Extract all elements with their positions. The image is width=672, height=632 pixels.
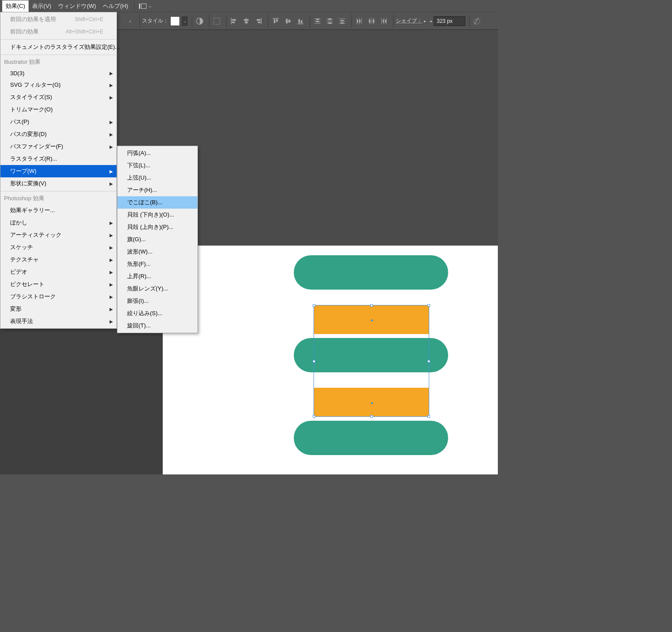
svg-rect-4 (232, 21, 235, 23)
selection-center (371, 320, 373, 321)
align-vcenter-icon[interactable] (283, 16, 293, 26)
menu-warp-item-10[interactable]: 上昇(R)... (117, 270, 197, 283)
separator (134, 2, 135, 11)
menu-ps-item-0[interactable]: 効果ギャラリー... (0, 204, 117, 217)
svg-rect-10 (258, 21, 260, 23)
menu-header-photoshop: Photoshop 効果 (0, 193, 117, 204)
submenu-arrow-icon: ▶ (110, 95, 113, 100)
submenu-arrow-icon: ▶ (110, 257, 113, 262)
opacity-icon[interactable] (194, 16, 205, 26)
shape-pill[interactable] (294, 421, 448, 455)
menu-last-effect: 前回の効果 Alt+Shift+Ctrl+E (0, 26, 117, 38)
menu-ps-item-8[interactable]: 変形▶ (0, 303, 117, 315)
menu-ai-item-0[interactable]: 3D(3)▶ (0, 68, 117, 79)
separator (310, 15, 310, 28)
align-left-icon[interactable] (229, 16, 239, 26)
shape-pill[interactable] (294, 255, 448, 290)
chevron-right-icon[interactable]: › (125, 16, 135, 26)
menu-window[interactable]: ウィンドウ(W) (55, 0, 99, 12)
distribute-vcenter-icon[interactable] (325, 16, 335, 26)
selection-handle[interactable] (370, 304, 373, 307)
effect-menu: 前回の効果を適用 Shift+Ctrl+E 前回の効果 Alt+Shift+Ct… (0, 12, 117, 329)
menu-warp-item-8[interactable]: 波形(W)... (117, 246, 197, 258)
menu-ai-item-2[interactable]: スタイライズ(S)▶ (0, 91, 117, 103)
menu-ai-item-5[interactable]: パスの変形(D)▶ (0, 128, 117, 140)
chevron-down-icon[interactable]: ⌵ (149, 3, 152, 9)
shape-width-input[interactable] (434, 16, 465, 26)
menu-warp-item-9[interactable]: 魚形(F)... (117, 258, 197, 270)
selection-handle[interactable] (313, 304, 315, 307)
menu-ps-item-7[interactable]: ブラシストローク▶ (0, 290, 117, 303)
menu-warp-item-12[interactable]: 膨張(I)... (117, 295, 197, 307)
menu-warp-item-6[interactable]: 貝殻 (上向き)(P)... (117, 221, 197, 233)
selection-handle[interactable] (427, 415, 430, 418)
menu-help[interactable]: ヘルプ(H) (99, 0, 131, 12)
align-to-artboard-icon[interactable] (212, 16, 222, 26)
menu-ps-item-6[interactable]: ピクセレート▶ (0, 278, 117, 290)
menu-ps-item-9[interactable]: 表現手法▶ (0, 315, 117, 327)
selection-handle[interactable] (370, 415, 373, 418)
style-dropdown[interactable]: ⌵ (182, 16, 188, 26)
menu-ai-item-4[interactable]: パス(P)▶ (0, 116, 117, 128)
menu-ps-item-2[interactable]: アーティスティック▶ (0, 229, 117, 241)
menu-ps-item-3[interactable]: スケッチ▶ (0, 241, 117, 254)
svg-rect-3 (232, 19, 236, 21)
menu-ai-item-6[interactable]: パスファインダー(F)▶ (0, 140, 117, 153)
menu-ai-item-9[interactable]: 形状に変換(V)▶ (0, 177, 117, 190)
menu-doc-raster-settings[interactable]: ドキュメントのラスタライズ効果設定(E)... (0, 41, 117, 53)
separator (1, 191, 116, 191)
menu-warp-item-1[interactable]: 下弦(L)... (117, 159, 197, 172)
menu-effect[interactable]: 効果(C) (2, 0, 29, 12)
separator (192, 15, 192, 28)
submenu-arrow-icon: ▶ (110, 71, 113, 76)
menu-warp-item-0[interactable]: 円弧(A)... (117, 147, 197, 159)
style-label: スタイル： (142, 17, 168, 25)
menu-ps-item-4[interactable]: テクスチャ▶ (0, 254, 117, 266)
selection-handle[interactable] (427, 360, 430, 363)
distribute-top-icon[interactable] (312, 16, 323, 26)
menu-ps-item-5[interactable]: ビデオ▶ (0, 266, 117, 278)
svg-rect-29 (328, 22, 331, 24)
submenu-arrow-icon: ▶ (110, 169, 113, 174)
align-bottom-icon[interactable] (295, 16, 306, 26)
menu-ai-item-1[interactable]: SVG フィルター(G)▶ (0, 79, 117, 91)
style-swatch[interactable] (170, 16, 180, 26)
submenu-arrow-icon: ▶ (110, 120, 113, 125)
submenu-arrow-icon: ▶ (110, 233, 113, 238)
selection-handle[interactable] (313, 360, 315, 363)
distribute-bottom-icon[interactable] (337, 16, 347, 26)
align-top-icon[interactable] (270, 16, 281, 26)
panel-layout-icon[interactable] (139, 3, 147, 9)
separator (139, 15, 140, 28)
align-hcenter-icon[interactable] (241, 16, 252, 26)
menu-warp-item-4[interactable]: でこぼこ(B)... (117, 196, 197, 209)
svg-rect-1 (214, 18, 220, 24)
svg-rect-34 (340, 22, 343, 23)
distribute-hcenter-icon[interactable] (366, 16, 377, 26)
selection-box (314, 305, 429, 417)
menu-warp-item-7[interactable]: 旗(G)... (117, 233, 197, 246)
menu-ai-item-8[interactable]: ワープ(W)▶ (0, 165, 117, 177)
selection-handle[interactable] (313, 415, 315, 418)
no-constraint-icon[interactable] (472, 17, 481, 26)
canvas[interactable] (163, 246, 498, 474)
menu-warp-item-2[interactable]: 上弦(U)... (117, 172, 197, 184)
width-icon (424, 18, 432, 24)
align-right-icon[interactable] (253, 16, 264, 26)
menu-ai-item-3[interactable]: トリムマーク(O) (0, 103, 117, 116)
distribute-left-icon[interactable] (354, 16, 365, 26)
menu-warp-item-11[interactable]: 魚眼レンズ(Y)... (117, 283, 197, 295)
shape-label: シェイプ： (396, 17, 422, 25)
menu-view[interactable]: 表示(V) (29, 0, 55, 12)
svg-rect-9 (257, 19, 261, 21)
menu-warp-item-14[interactable]: 旋回(T)... (117, 320, 197, 332)
menu-ai-item-7[interactable]: ラスタライズ(R)... (0, 153, 117, 165)
distribute-right-icon[interactable] (379, 16, 389, 26)
menu-warp-item-13[interactable]: 絞り込み(S)... (117, 307, 197, 320)
menu-ps-item-1[interactable]: ぼかし▶ (0, 217, 117, 229)
svg-rect-24 (316, 21, 319, 22)
svg-rect-13 (276, 19, 278, 22)
selection-handle[interactable] (427, 304, 430, 307)
menu-warp-item-5[interactable]: 貝殻 (下向き)(O)... (117, 209, 197, 221)
menu-warp-item-3[interactable]: アーチ(H)... (117, 184, 197, 196)
